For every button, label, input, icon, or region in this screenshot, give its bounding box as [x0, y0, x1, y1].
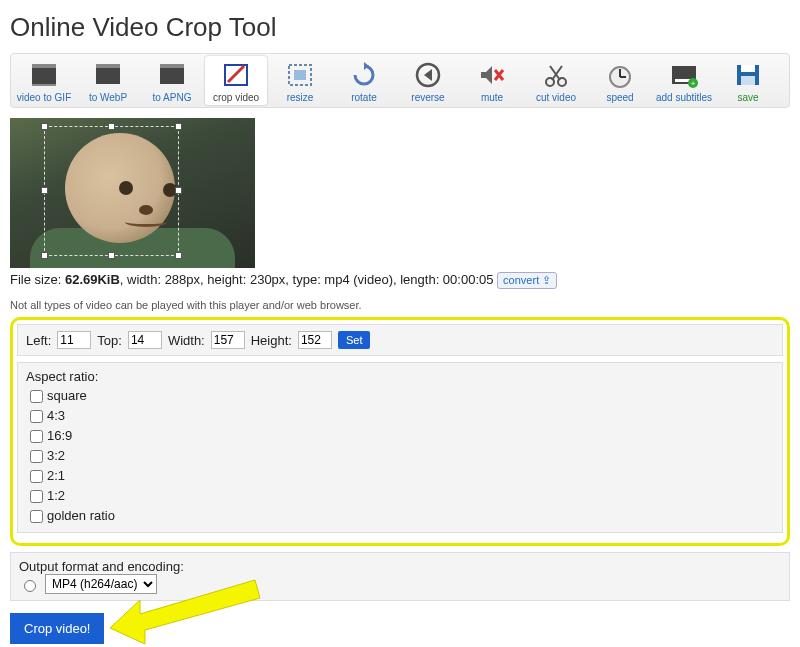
top-label: Top:: [97, 333, 122, 348]
cut-video-icon: [525, 60, 587, 90]
height-input[interactable]: [298, 331, 332, 349]
svg-rect-6: [160, 64, 184, 68]
crop-video-button[interactable]: Crop video!: [10, 613, 104, 644]
toolbar-label: add subtitles: [653, 92, 715, 103]
output-radio[interactable]: [24, 580, 36, 592]
file-size-label: File size:: [10, 272, 61, 287]
svg-rect-5: [160, 68, 184, 84]
page-title: Online Video Crop Tool: [10, 12, 790, 43]
file-info: File size: 62.69KiB, width: 288px, heigh…: [10, 272, 790, 289]
convert-button[interactable]: convert ⇪: [497, 272, 557, 289]
aspect-label: 3:2: [47, 448, 65, 463]
aspect-label: square: [47, 388, 87, 403]
handle-bottom-mid[interactable]: [108, 252, 115, 259]
file-info-rest: , width: 288px, height: 230px, type: mp4…: [120, 272, 494, 287]
toolbar-label: cut video: [525, 92, 587, 103]
coords-panel: Left: Top: Width: Height: Set: [17, 324, 783, 356]
svg-rect-4: [96, 64, 120, 68]
crop-selection[interactable]: [44, 126, 179, 256]
svg-rect-0: [32, 68, 56, 84]
handle-top-right[interactable]: [175, 123, 182, 130]
handle-right-mid[interactable]: [175, 187, 182, 194]
aspect-checkbox-2-1[interactable]: [30, 470, 43, 483]
toolbar-to-apng[interactable]: to APNG: [141, 56, 203, 105]
svg-rect-2: [32, 84, 56, 86]
handle-bottom-left[interactable]: [41, 252, 48, 259]
toolbar-add-subtitles[interactable]: +add subtitles: [653, 56, 715, 105]
width-label: Width:: [168, 333, 205, 348]
toolbar-video-to-gif[interactable]: video to GIF: [13, 56, 75, 105]
toolbar-to-webp[interactable]: to WebP: [77, 56, 139, 105]
set-button[interactable]: Set: [338, 331, 371, 349]
aspect-option: 3:2: [26, 446, 774, 466]
speed-icon: [589, 60, 651, 90]
toolbar-label: rotate: [333, 92, 395, 103]
aspect-label: 4:3: [47, 408, 65, 423]
left-input[interactable]: [57, 331, 91, 349]
output-panel: Output format and encoding: MP4 (h264/aa…: [10, 552, 790, 601]
aspect-label: 2:1: [47, 468, 65, 483]
to-webp-icon: [77, 60, 139, 90]
svg-rect-23: [741, 76, 755, 85]
aspect-checkbox-golden-ratio[interactable]: [30, 510, 43, 523]
aspect-option: square: [26, 386, 774, 406]
handle-top-left[interactable]: [41, 123, 48, 130]
player-note: Not all types of video can be played wit…: [10, 299, 790, 311]
left-label: Left:: [26, 333, 51, 348]
handle-top-mid[interactable]: [108, 123, 115, 130]
handle-bottom-right[interactable]: [175, 252, 182, 259]
toolbar-label: to WebP: [77, 92, 139, 103]
aspect-option: golden ratio: [26, 506, 774, 526]
reverse-icon: [397, 60, 459, 90]
aspect-checkbox-3-2[interactable]: [30, 450, 43, 463]
toolbar-resize[interactable]: resize: [269, 56, 331, 105]
toolbar-mute[interactable]: mute: [461, 56, 523, 105]
rotate-icon: [333, 60, 395, 90]
toolbar-save[interactable]: save: [717, 56, 779, 105]
top-input[interactable]: [128, 331, 162, 349]
video-to-gif-icon: [13, 60, 75, 90]
svg-marker-13: [481, 66, 492, 84]
convert-icon: ⇪: [542, 274, 551, 286]
crop-settings-highlight: Left: Top: Width: Height: Set Aspect rat…: [10, 317, 790, 546]
aspect-label: 16:9: [47, 428, 72, 443]
aspect-option: 2:1: [26, 466, 774, 486]
toolbar-crop-video[interactable]: crop video: [205, 56, 267, 105]
svg-rect-9: [294, 70, 306, 80]
output-format-select[interactable]: MP4 (h264/aac): [45, 574, 157, 594]
mute-icon: [461, 60, 523, 90]
add-subtitles-icon: +: [653, 60, 715, 90]
aspect-checkbox-1-2[interactable]: [30, 490, 43, 503]
toolbar-label: to APNG: [141, 92, 203, 103]
svg-rect-1: [32, 64, 56, 68]
aspect-checkbox-4-3[interactable]: [30, 410, 43, 423]
svg-rect-22: [741, 65, 755, 72]
toolbar-label: video to GIF: [13, 92, 75, 103]
toolbar-label: crop video: [205, 92, 267, 103]
toolbar-cut-video[interactable]: cut video: [525, 56, 587, 105]
aspect-checkbox-square[interactable]: [30, 390, 43, 403]
convert-label: convert: [503, 274, 539, 286]
toolbar-label: save: [717, 92, 779, 103]
crop-video-icon: [205, 60, 267, 90]
save-icon: [717, 60, 779, 90]
svg-marker-12: [424, 69, 432, 81]
svg-rect-3: [96, 68, 120, 84]
width-input[interactable]: [211, 331, 245, 349]
handle-left-mid[interactable]: [41, 187, 48, 194]
toolbar-label: speed: [589, 92, 651, 103]
toolbar-speed[interactable]: speed: [589, 56, 651, 105]
aspect-panel: Aspect ratio: square4:316:93:22:11:2gold…: [17, 362, 783, 533]
resize-icon: [269, 60, 331, 90]
toolbar-rotate[interactable]: rotate: [333, 56, 395, 105]
toolbar-reverse[interactable]: reverse: [397, 56, 459, 105]
height-label: Height:: [251, 333, 292, 348]
video-preview[interactable]: [10, 118, 255, 268]
toolbar: video to GIFto WebPto APNGcrop videoresi…: [10, 53, 790, 108]
file-size-value: 62.69KiB: [65, 272, 120, 287]
aspect-label: 1:2: [47, 488, 65, 503]
aspect-option: 4:3: [26, 406, 774, 426]
svg-text:+: +: [691, 79, 696, 88]
aspect-title: Aspect ratio:: [26, 369, 774, 384]
aspect-checkbox-16-9[interactable]: [30, 430, 43, 443]
